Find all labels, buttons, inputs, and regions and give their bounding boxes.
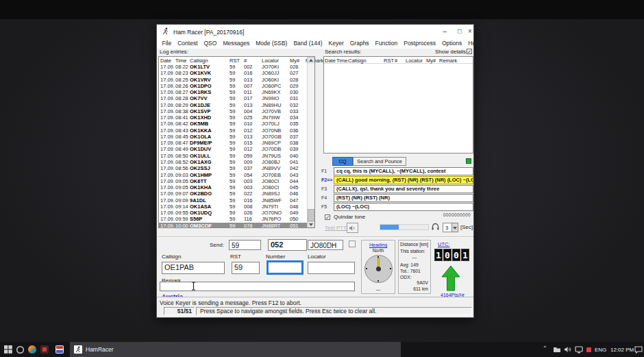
log-row[interactable]: 17.09.08:49OK1DUV59012JO70DB039 xyxy=(159,146,307,152)
log-row[interactable]: 17.09.09:099A1DL59016JN85WF047 xyxy=(159,197,307,204)
log-cell: OK1UDQ xyxy=(190,210,212,216)
log-row[interactable]: 17.09.08:25OK1VRV59013JO60KI028 xyxy=(159,77,307,83)
log-cell: 08:28 xyxy=(175,95,188,101)
log-row[interactable]: 17.09.08:27OK1RKS59011JN69KX030 xyxy=(159,89,307,95)
log-row[interactable]: 17.09.08:22OK1LTV59002JO70KI026 xyxy=(159,64,307,70)
minimize-button[interactable]: – xyxy=(439,27,450,36)
menu-graphs[interactable]: Graphs xyxy=(347,39,372,49)
tray-recording-icon[interactable] xyxy=(584,345,593,354)
scroll-down-button[interactable] xyxy=(308,221,314,227)
tab-search-and-pounce[interactable]: Search and Pounce xyxy=(353,157,406,166)
action-center-icon[interactable] xyxy=(634,345,643,354)
taskbar-clock[interactable]: 12:02 PM xyxy=(610,347,634,353)
menu-keyer[interactable]: Keyer xyxy=(325,39,347,49)
rst-input[interactable]: 59 xyxy=(232,262,260,274)
menu-postprocess[interactable]: Postprocess xyxy=(401,39,439,49)
start-button[interactable] xyxy=(3,345,13,354)
close-button[interactable]: × xyxy=(465,27,475,36)
send-options-button[interactable] xyxy=(349,241,356,247)
remark-input[interactable] xyxy=(160,282,355,291)
log-row[interactable]: 17.09.08:29OK1DJE59013JN89HU032 xyxy=(159,102,307,108)
locator-input[interactable] xyxy=(308,262,355,274)
quindar-tone-checkbox[interactable]: ✓ xyxy=(325,214,330,220)
log-row[interactable]: 17.09.08:42OK5MB59010JO70LJ035 xyxy=(159,121,307,127)
delay-dropdown[interactable]: 3 xyxy=(443,223,458,232)
log-table-body[interactable]: 17.09.08:22OK1LTV59002JO70KI02617.09.08:… xyxy=(159,64,307,227)
speaker-button[interactable] xyxy=(347,223,358,233)
log-scrollbar[interactable] xyxy=(307,57,314,227)
cortana-search-icon[interactable] xyxy=(15,345,25,354)
log-row[interactable]: 17.09.09:07OK2BDO59022JN89SJ046 xyxy=(159,190,307,197)
utc-link[interactable]: UTC: xyxy=(438,241,450,247)
scroll-up-button[interactable] xyxy=(308,57,314,63)
callsign-input[interactable]: OE1PAB xyxy=(162,262,225,274)
pinned-app-icon-3[interactable] xyxy=(55,345,64,354)
voice-message-f5[interactable]: (LOC) ~(LOC) xyxy=(334,203,473,211)
tray-display-icon[interactable] xyxy=(574,345,584,354)
log-cell: OK5MB xyxy=(190,121,208,127)
log-row[interactable]: 17.09.08:38OK1SVP59004JO70VB033 xyxy=(159,108,307,114)
log-cell: 17.09. xyxy=(160,83,175,89)
menu-options[interactable]: Options xyxy=(439,39,465,49)
log-row[interactable]: 17.09.08:28OK7VV59017JN99IO031 xyxy=(159,95,307,101)
log-row[interactable]: 17.09.09:14OK1ASA59008JN79TI048 xyxy=(159,204,307,210)
log-row[interactable]: 17.09.08:41OK1XHD59025JN79IW034 xyxy=(159,114,307,121)
log-row[interactable]: 17.09.09:05OK6TT59003JO80CI044 xyxy=(159,178,307,184)
log-row[interactable]: 17.09.09:59S56P59116JN76PO050 xyxy=(159,216,307,222)
tray-chevron-icon[interactable]: ⌃ xyxy=(543,345,547,352)
log-row[interactable]: 17.09.09:03OK1HMP59054JO70EB043 xyxy=(159,172,307,178)
log-row[interactable]: 17.09.08:52OK1AXG59009JO80BJ041 xyxy=(159,159,307,165)
heading-link[interactable]: Heading xyxy=(369,243,387,247)
log-row[interactable]: 17.09.08:56OK2SSJ59037JN89VV042 xyxy=(159,165,307,171)
pinned-app-icon-2[interactable] xyxy=(40,345,49,354)
log-cell: 116 xyxy=(244,216,252,222)
language-indicator[interactable]: ENG xyxy=(595,347,606,353)
headphones-icon[interactable] xyxy=(431,223,440,232)
log-row[interactable]: 17.09.10:00OM3CQF59078JN88RT051 xyxy=(159,223,307,227)
dropdown-arrow-icon[interactable] xyxy=(451,223,458,232)
menu-file[interactable]: File xyxy=(159,39,175,49)
log-row[interactable]: 17.09.08:26OK1DPO59007JO60PC029 xyxy=(159,83,307,89)
log-row[interactable]: 17.09.09:05OK1KHA59003JO80CI045 xyxy=(159,184,307,190)
log-cell: JO80BJ xyxy=(262,159,280,165)
log-row[interactable]: 17.09.08:43OK1KKA59012JO70NB036 xyxy=(159,127,307,134)
menu-qso[interactable]: QSO xyxy=(201,39,220,49)
log-cell: 17.09. xyxy=(160,190,175,197)
log-cell: 08:56 xyxy=(175,165,188,171)
log-cell: 016 xyxy=(244,197,253,204)
scroll-thumb[interactable] xyxy=(308,209,314,221)
qso-count: 51/51 xyxy=(164,307,195,315)
voice-message-f3[interactable]: (CALLX), qsl, thank you and seventy thre… xyxy=(334,185,473,193)
log-cell: JN89VV xyxy=(262,165,281,171)
voice-message-f2[interactable]: (CALL) good morning, (RST) (NR) (RST) (N… xyxy=(334,176,473,184)
number-input[interactable] xyxy=(267,260,304,275)
tab-cq[interactable]: CQ xyxy=(332,157,353,166)
log-cell: 007 xyxy=(244,83,253,89)
test-ptt-button[interactable]: Test PTT xyxy=(325,225,347,231)
tray-folder-icon[interactable] xyxy=(552,345,562,354)
menu-messages[interactable]: Messages xyxy=(220,39,253,49)
log-cell: 035 xyxy=(290,121,299,127)
tray-volume-icon[interactable] xyxy=(563,345,573,354)
log-row[interactable]: 17.09.08:45OK1OLA59013JO70GB037 xyxy=(159,134,307,140)
menu-function[interactable]: Function xyxy=(372,39,401,49)
menu-help[interactable]: Help xyxy=(465,39,483,49)
maximize-button[interactable]: □ xyxy=(454,27,465,36)
menu-mode-ssb[interactable]: Mode (SSB) xyxy=(253,39,290,49)
log-cell: 17.09. xyxy=(160,70,175,76)
pinned-app-icon-1[interactable] xyxy=(27,345,37,354)
menu-band-144[interactable]: Band (144) xyxy=(290,39,325,49)
menu-contest[interactable]: Contest xyxy=(175,39,201,49)
log-row[interactable]: 17.09.08:23OK1KVK59016JO60JJ027 xyxy=(159,70,307,76)
taskbar-button-hamracer[interactable]: HamRacer xyxy=(70,342,401,357)
log-cell: 59 xyxy=(230,114,235,121)
log-cell: 08:22 xyxy=(175,64,188,70)
show-details-checkbox[interactable]: ✓ xyxy=(467,49,472,54)
voice-message-f4[interactable]: (RST) (NR) (RST) (NR) xyxy=(334,194,473,202)
title-bar[interactable]: Ham Racer [PA_20170916] – □ × xyxy=(157,25,473,39)
log-row[interactable]: 17.09.08:47DF9ME/P59015JN69CP038 xyxy=(159,140,307,146)
search-results-label: Search results: xyxy=(325,49,361,55)
log-row[interactable]: 17.09.08:50OK1ULL59059JN79US040 xyxy=(159,153,307,159)
log-row[interactable]: 17.09.09:55OK1UDQ59026JO70NO049 xyxy=(159,210,307,216)
voice-message-f1[interactable]: cq cq, this is (MYCALL), ~(MYCALL), cont… xyxy=(334,167,473,175)
